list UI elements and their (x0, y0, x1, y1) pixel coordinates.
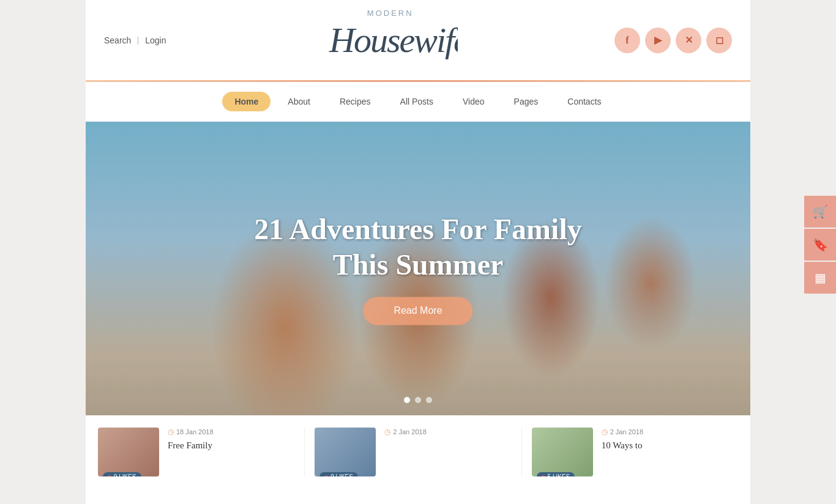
left-panel (0, 0, 86, 504)
post-date: ◷ 2 Jan 2018 (384, 428, 511, 436)
youtube-btn[interactable]: ▶ (645, 28, 671, 53)
instagram-btn[interactable]: ◻ (706, 28, 732, 53)
heart-icon: ♥ (542, 473, 545, 476)
thumb-image (532, 428, 593, 476)
post-thumbnail: ♥ 9 LIKES (315, 428, 376, 476)
post-info: ◷ 18 Jan 2018 Free Family (168, 428, 294, 452)
login-link[interactable]: Login (145, 35, 166, 45)
logo-svg: Housewife (323, 14, 458, 60)
post-title[interactable]: Free Family (168, 440, 294, 452)
logo-main-text[interactable]: Housewife (323, 14, 458, 67)
like-count: 9 LIKES (330, 473, 353, 476)
post-thumbnail: ♥ 9 LIKES (98, 428, 159, 476)
calendar-icon: ◷ (384, 428, 390, 436)
main-content: Search | Login modern Housewife f ▶ (86, 0, 750, 504)
like-badge: ♥ 5 LIKES (537, 472, 575, 476)
twitter-btn[interactable]: ✕ (676, 28, 701, 53)
nav-about[interactable]: About (275, 92, 323, 111)
social-icons: f ▶ ✕ ◻ (614, 28, 732, 53)
dot-2[interactable] (415, 397, 421, 403)
nav-contacts[interactable]: Contacts (555, 92, 613, 111)
nav-video[interactable]: Video (450, 92, 497, 111)
search-link[interactable]: Search (104, 35, 131, 45)
like-badge: ♥ 9 LIKES (103, 472, 141, 476)
list-item: ♥ 9 LIKES ◷ 18 Jan 2018 Free Family (98, 428, 305, 476)
svg-text:Housewife: Housewife (329, 20, 458, 60)
post-info: ◷ 2 Jan 2018 (384, 428, 511, 440)
dot-3[interactable] (426, 397, 432, 403)
cart-icon: 🛒 (813, 204, 828, 219)
grid-icon-btn[interactable]: ▦ (804, 262, 836, 294)
nav-recipes[interactable]: Recipes (327, 92, 383, 111)
thumb-image (315, 428, 376, 476)
hero-content: 21 Adventures For Family This Summer Rea… (254, 212, 582, 325)
like-count: 9 LIKES (114, 473, 136, 476)
sidebar-icons: 🛒 🔖 ▦ (804, 196, 836, 295)
logo-area: modern Housewife (323, 9, 458, 72)
heart-icon: ♥ (324, 473, 328, 476)
like-badge: ♥ 9 LIKES (319, 472, 358, 476)
calendar-icon: ◷ (168, 428, 174, 436)
post-info: ◷ 2 Jan 2018 10 Ways to (602, 428, 728, 452)
post-thumbnail: ♥ 5 LIKES (532, 428, 593, 476)
thumb-image (98, 428, 159, 476)
navigation: Home About Recipes All Posts Video Pages… (86, 82, 750, 122)
hero-slider: 21 Adventures For Family This Summer Rea… (86, 122, 750, 415)
youtube-icon: ▶ (654, 34, 662, 46)
nav-home[interactable]: Home (222, 92, 271, 111)
post-date: ◷ 2 Jan 2018 (602, 428, 728, 436)
hero-title: 21 Adventures For Family This Summer (254, 212, 582, 283)
dot-1[interactable] (404, 397, 410, 403)
bookmark-icon-btn[interactable]: 🔖 (804, 229, 836, 261)
list-item: ♥ 9 LIKES ◷ 2 Jan 2018 (305, 428, 521, 476)
grid-icon: ▦ (815, 270, 826, 285)
list-item: ♥ 5 LIKES ◷ 2 Jan 2018 10 Ways to (522, 428, 738, 476)
divider: | (137, 35, 139, 45)
nav-all-posts[interactable]: All Posts (388, 92, 446, 111)
facebook-btn[interactable]: f (614, 28, 640, 53)
calendar-icon: ◷ (602, 428, 608, 436)
post-date: ◷ 18 Jan 2018 (168, 428, 294, 436)
facebook-icon: f (625, 35, 629, 46)
instagram-icon: ◻ (715, 34, 723, 46)
nav-pages[interactable]: Pages (502, 92, 551, 111)
top-bar-left: Search | Login (104, 35, 166, 45)
post-title[interactable]: 10 Ways to (602, 440, 728, 452)
twitter-icon: ✕ (685, 34, 693, 46)
slider-dots (404, 397, 432, 403)
bookmark-icon: 🔖 (813, 237, 828, 252)
top-bar: Search | Login modern Housewife f ▶ (86, 0, 750, 80)
like-count: 5 LIKES (548, 473, 570, 476)
read-more-button[interactable]: Read More (363, 297, 472, 325)
heart-icon: ♥ (108, 473, 111, 476)
posts-section: ♥ 9 LIKES ◷ 18 Jan 2018 Free Family ♥ 9 … (86, 415, 750, 483)
cart-icon-btn[interactable]: 🛒 (804, 196, 836, 228)
